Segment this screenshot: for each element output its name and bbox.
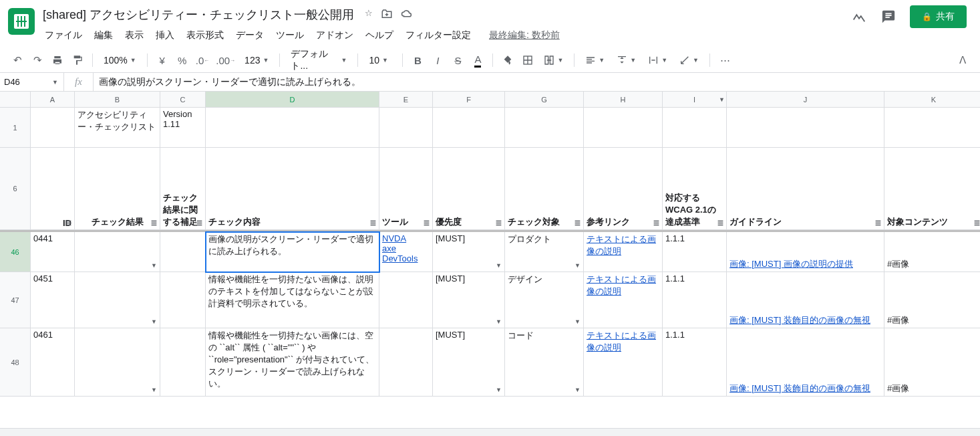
cell[interactable] bbox=[379, 108, 433, 148]
select-all-corner[interactable] bbox=[0, 92, 31, 108]
menu-tools[interactable]: ツール bbox=[271, 27, 309, 44]
cell[interactable] bbox=[505, 108, 584, 148]
header-cell[interactable]: 対応するWCAG 2.1の達成基準☰ bbox=[663, 148, 727, 230]
col-header-B[interactable]: B bbox=[75, 92, 160, 108]
cell[interactable] bbox=[206, 108, 379, 148]
filter-icon[interactable]: ☰ bbox=[196, 219, 202, 227]
chevron-down-icon[interactable]: ▼ bbox=[719, 96, 725, 103]
more-formats-dropdown[interactable]: 123▼ bbox=[239, 51, 274, 70]
cell[interactable]: デザイン▼ bbox=[505, 272, 584, 328]
dropdown-arrow-icon[interactable]: ▼ bbox=[151, 318, 157, 325]
undo-button[interactable]: ↶ bbox=[8, 51, 27, 70]
cell[interactable]: テキストによる画像の説明 bbox=[584, 328, 663, 397]
star-icon[interactable]: ☆ bbox=[365, 8, 373, 22]
zoom-dropdown[interactable]: 100%▼ bbox=[98, 51, 142, 70]
header-cell[interactable]: 参考リンク☰ bbox=[584, 148, 663, 230]
row-header[interactable]: 47 bbox=[0, 272, 31, 328]
dropdown-arrow-icon[interactable]: ▼ bbox=[496, 318, 502, 325]
document-title[interactable]: [shared] アクセシビリティー・チェックリスト一般公開用 bbox=[40, 5, 357, 24]
menu-data[interactable]: データ bbox=[231, 27, 269, 44]
text-color-button[interactable]: A bbox=[468, 51, 487, 70]
row-header[interactable]: 46 bbox=[0, 232, 31, 272]
cell[interactable]: [MUST]▼ bbox=[433, 232, 505, 272]
cell[interactable]: [MUST]▼ bbox=[433, 272, 505, 328]
cell[interactable]: 0451 bbox=[31, 272, 75, 328]
filter-icon[interactable]: ☰ bbox=[974, 219, 980, 227]
cell[interactable]: コード▼ bbox=[505, 328, 584, 397]
dropdown-arrow-icon[interactable]: ▼ bbox=[575, 318, 581, 325]
guideline-link[interactable]: 画像: [MUST] 装飾目的の画像の無視 bbox=[729, 383, 881, 395]
activity-icon[interactable] bbox=[851, 9, 867, 25]
menu-addons[interactable]: アドオン bbox=[311, 27, 358, 44]
cell[interactable]: ▼ bbox=[75, 272, 160, 328]
menu-file[interactable]: ファイル bbox=[40, 27, 87, 44]
dropdown-arrow-icon[interactable]: ▼ bbox=[575, 262, 581, 269]
cell[interactable]: 画像: [MUST] 装飾目的の画像の無視 bbox=[727, 272, 884, 328]
cell[interactable]: #画像 bbox=[884, 232, 980, 272]
cell[interactable]: Version 1.11 bbox=[160, 108, 206, 148]
header-cell[interactable]: チェック内容☰ bbox=[206, 148, 379, 230]
more-toolbar-button[interactable]: ⋯ bbox=[715, 51, 734, 70]
header-cell[interactable]: チェック結果に関する補足☰ bbox=[160, 148, 206, 230]
dropdown-arrow-icon[interactable]: ▼ bbox=[575, 387, 581, 393]
name-box[interactable]: D46▼ bbox=[0, 73, 64, 91]
cell[interactable] bbox=[884, 108, 980, 148]
col-header-D[interactable]: D bbox=[206, 92, 379, 108]
print-button[interactable] bbox=[48, 51, 67, 70]
cell[interactable]: #画像 bbox=[884, 272, 980, 328]
menu-filter-settings[interactable]: フィルター設定 bbox=[401, 27, 476, 44]
cell[interactable] bbox=[160, 232, 206, 272]
borders-button[interactable] bbox=[518, 51, 537, 70]
col-header-C[interactable]: C bbox=[160, 92, 206, 108]
col-header-A[interactable]: A bbox=[31, 92, 75, 108]
cloud-status-icon[interactable] bbox=[401, 8, 413, 22]
filter-icon[interactable]: ☰ bbox=[65, 219, 71, 227]
reference-link[interactable]: テキストによる画像の説明 bbox=[587, 274, 659, 298]
bold-button[interactable]: B bbox=[408, 51, 427, 70]
col-header-I[interactable]: I▼ bbox=[663, 92, 727, 108]
header-cell[interactable]: ガイドライン☰ bbox=[727, 148, 884, 230]
cell[interactable] bbox=[160, 328, 206, 397]
formula-input[interactable]: 画像の説明がスクリーン・リーダーで適切に読み上げられる。 bbox=[94, 76, 980, 88]
col-header-F[interactable]: F bbox=[433, 92, 505, 108]
redo-button[interactable]: ↷ bbox=[28, 51, 47, 70]
cell[interactable] bbox=[379, 328, 433, 397]
paint-format-button[interactable] bbox=[68, 51, 87, 70]
filter-icon[interactable]: ☰ bbox=[575, 219, 581, 227]
filter-icon[interactable]: ☰ bbox=[151, 219, 157, 227]
filter-icon[interactable]: ☰ bbox=[875, 219, 881, 227]
v-align-dropdown[interactable]: ▼ bbox=[611, 51, 641, 70]
italic-button[interactable]: I bbox=[428, 51, 447, 70]
strikethrough-button[interactable]: S bbox=[448, 51, 467, 70]
cell[interactable]: 画像: [MUST] 装飾目的の画像の無視 bbox=[727, 328, 884, 397]
cell[interactable] bbox=[727, 108, 884, 148]
filter-icon[interactable]: ☰ bbox=[653, 219, 659, 227]
cell[interactable]: [MUST]▼ bbox=[433, 328, 505, 397]
filter-icon[interactable]: ☰ bbox=[424, 219, 430, 227]
col-header-E[interactable]: E bbox=[379, 92, 433, 108]
cell[interactable]: ▼ bbox=[75, 328, 160, 397]
col-header-J[interactable]: J bbox=[727, 92, 884, 108]
wrap-dropdown[interactable]: ▼ bbox=[643, 51, 673, 70]
guideline-link[interactable]: 画像: [MUST] 画像の説明の提供 bbox=[729, 258, 881, 270]
tool-link[interactable]: axe DevTools bbox=[382, 243, 430, 263]
move-icon[interactable] bbox=[381, 8, 393, 22]
cell[interactable]: 画像の説明がスクリーン・リーダーで適切に読み上げられる。 bbox=[206, 232, 379, 272]
header-cell[interactable]: 優先度☰ bbox=[433, 148, 505, 230]
col-header-G[interactable]: G bbox=[505, 92, 584, 108]
share-button[interactable]: 🔒 共有 bbox=[910, 5, 967, 28]
currency-button[interactable]: ¥ bbox=[153, 51, 172, 70]
filter-icon[interactable]: ☰ bbox=[496, 219, 502, 227]
menu-format[interactable]: 表示形式 bbox=[182, 27, 228, 44]
cell[interactable]: 0461 bbox=[31, 328, 75, 397]
filter-icon[interactable]: ☰ bbox=[717, 219, 723, 227]
reference-link[interactable]: テキストによる画像の説明 bbox=[587, 233, 659, 257]
font-size-dropdown[interactable]: 10▼ bbox=[363, 51, 397, 70]
cell[interactable] bbox=[663, 108, 727, 148]
header-cell[interactable]: 対象コンテンツ☰ bbox=[884, 148, 980, 230]
cell[interactable]: アクセシビリティー・チェックリスト bbox=[75, 108, 160, 148]
filter-icon[interactable]: ☰ bbox=[370, 219, 376, 227]
cell[interactable]: 0441 bbox=[31, 232, 75, 272]
cell[interactable]: 情報や機能性を一切持たない画像は、説明のテキストを付加してはならないことが設計資… bbox=[206, 272, 379, 328]
reference-link[interactable]: テキストによる画像の説明 bbox=[587, 330, 659, 354]
